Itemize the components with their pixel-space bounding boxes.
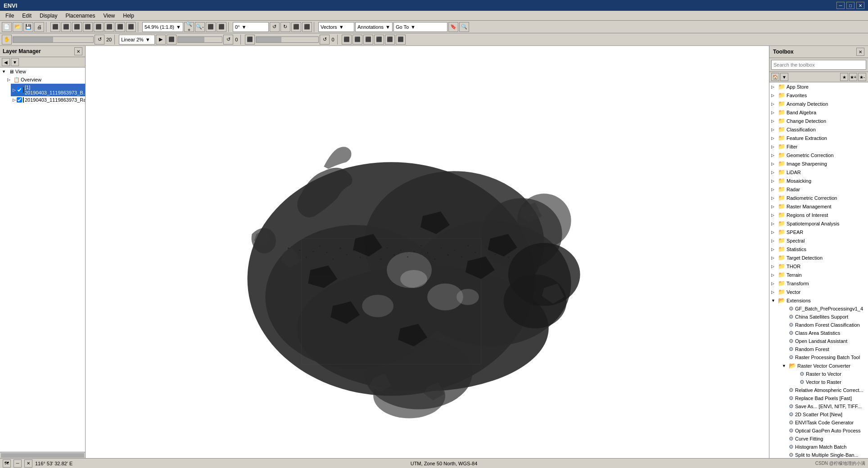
toolbox-item-geometric_correction[interactable]: ▷📁Geometric Correction <box>769 151 868 159</box>
toolbox-item-band_algebra[interactable]: ▷📁Band Algebra <box>769 108 868 117</box>
toolbox-item-vector[interactable]: ▷📁Vector <box>769 288 868 296</box>
toolbox-item-gf_batch_preprocessingv1_4[interactable]: ⚙GF_Batch_PreProcessingv1_4 <box>775 305 868 313</box>
toolbox-item-spectral[interactable]: ▷📁Spectral <box>769 236 868 245</box>
nav-btn3[interactable]: ⬛ <box>72 22 82 32</box>
tree-item-layer2[interactable]: ▷ 20190403_1119863973_Rad_F... <box>11 96 85 104</box>
toolbox-item-anomaly_detection[interactable]: ▷📁Anomaly Detection <box>769 99 868 108</box>
toolbox-item-relative_atmospheric_correct[interactable]: ⚙Relative Atmospheric Correct... <box>775 386 868 394</box>
linear-apply[interactable]: ▶ <box>156 35 166 45</box>
open-button[interactable]: 📂 <box>13 22 23 32</box>
toolbox-item-china_satellites_support[interactable]: ⚙China Satellites Support <box>775 313 868 321</box>
toolbox-item-envitask_code_generator[interactable]: ⚙ENVITask Code Generator <box>775 418 868 427</box>
toolbox-item-raster_vector_converter[interactable]: ▼📂Raster Vector Converter <box>775 361 868 370</box>
gamma-slider[interactable] <box>256 36 319 43</box>
zoom-out-button[interactable]: 🔍- <box>195 22 205 32</box>
tree-item-view[interactable]: ▼ 🖥 View <box>0 68 85 76</box>
annotations-dropdown[interactable]: Annotations ▼ <box>355 22 393 32</box>
toolbox-item-image_sharpening[interactable]: ▷📁Image Sharpening <box>769 159 868 168</box>
rotation-dropdown[interactable]: 0° ▼ <box>233 22 269 32</box>
lm-scrollbar[interactable] <box>0 452 85 458</box>
toolbox-item-class_area_statistics[interactable]: ⚙Class Area Statistics <box>775 329 868 337</box>
toolbox-item-regions_of_interest[interactable]: ▷📁Regions of Interest <box>769 211 868 219</box>
toolbox-item-statistics[interactable]: ▷📁Statistics <box>769 245 868 253</box>
toolbox-item-random_forest[interactable]: ⚙Random Forest <box>775 345 868 353</box>
expand-layer2[interactable]: ▷ <box>13 98 16 102</box>
tree-item-layer1[interactable]: ▷ [1] 20190403_1119863973_B... <box>11 84 85 96</box>
display-btn5[interactable]: ⬛ <box>385 35 395 45</box>
toolbox-close[interactable]: ✕ <box>856 48 864 56</box>
print-button[interactable]: 🖨 <box>34 22 44 32</box>
contrast-slider[interactable] <box>177 36 222 43</box>
toolbox-item-transform[interactable]: ▷📁Transform <box>769 279 868 288</box>
toolbox-item-lidar[interactable]: ▷📁LiDAR <box>769 168 868 176</box>
toolbox-item-histogram_match_batch[interactable]: ⚙Histogram Match Batch <box>775 443 868 451</box>
toolbox-item-app_store[interactable]: ▷📁App Store <box>769 82 868 91</box>
linear-dropdown[interactable]: Linear 2% ▼ <box>119 35 155 45</box>
save-button[interactable]: 💾 <box>23 22 33 32</box>
toolbox-item-raster_management[interactable]: ▷📁Raster Management <box>769 202 868 211</box>
toolbox-item-change_detection[interactable]: ▷📁Change Detection <box>769 117 868 125</box>
rotate-btn[interactable]: ↺ <box>270 22 280 32</box>
toolbox-item-feature_extraction[interactable]: ▷📁Feature Extraction <box>769 134 868 142</box>
toolbox-item-raster_to_vector[interactable]: ⚙Raster to Vector <box>780 370 868 378</box>
brightness-reset[interactable]: ↺ <box>95 35 104 45</box>
lm-tb-btn1[interactable]: ◀ <box>2 58 10 66</box>
toolbox-item-2d_scatter_plot_new[interactable]: ⚙2D Scatter Plot [New] <box>775 410 868 418</box>
expand-overview[interactable]: ▷ <box>7 77 13 82</box>
goto-dropdown[interactable]: Go To ▼ <box>393 22 448 32</box>
toolbox-item-optical_gaopen_auto_process[interactable]: ⚙Optical GaoPen Auto Process <box>775 427 868 435</box>
toolbox-item-spatiotemporal_analysis[interactable]: ▷📁Spatiotemporal Analysis <box>769 219 868 228</box>
toolbox-item-random_forest_classification[interactable]: ⚙Random Forest Classification <box>775 321 868 329</box>
toolbox-item-vector_to_raster[interactable]: ⚙Vector to Raster <box>780 378 868 386</box>
tb-star-add-button[interactable]: ★+ <box>849 73 857 81</box>
toolbox-item-extensions[interactable]: ▼📂Extensions <box>769 296 868 305</box>
tb-star-remove-button[interactable]: ★- <box>858 73 866 81</box>
search-button[interactable]: 🔍 <box>459 22 469 32</box>
nav-btn7[interactable]: ⬛ <box>115 22 125 32</box>
layer2-checkbox[interactable] <box>17 97 22 103</box>
display-btn1[interactable]: ⬛ <box>342 35 352 45</box>
nav-btn1[interactable]: ⬛ <box>50 22 60 32</box>
nav-btn2[interactable]: ⬛ <box>61 22 71 32</box>
toolbox-item-split_to_multiple_single-ban[interactable]: ⚙Split to Multiple Single-Ban... <box>775 451 868 458</box>
tb-star-button[interactable]: ★ <box>840 73 848 81</box>
toolbox-item-raster_processing_batch_tool[interactable]: ⚙Raster Processing Batch Tool <box>775 353 868 361</box>
nav-btn8[interactable]: ⬛ <box>126 22 136 32</box>
bookmark-button[interactable]: 🔖 <box>448 22 458 32</box>
zoom-fit-button[interactable]: ⬛ <box>206 22 216 32</box>
display-btn4[interactable]: ⬛ <box>374 35 384 45</box>
menu-edit[interactable]: Edit <box>18 12 35 20</box>
toolbox-item-curve_fitting[interactable]: ⚙Curve Fitting <box>775 435 868 443</box>
toolbox-item-classification[interactable]: ▷📁Classification <box>769 125 868 134</box>
toolbox-item-target_detection[interactable]: ▷📁Target Detection <box>769 253 868 262</box>
gamma-reset[interactable]: ↺ <box>320 35 330 45</box>
toolbox-item-radiometric_correction[interactable]: ▷📁Radiometric Correction <box>769 194 868 202</box>
expand-layer1[interactable]: ▷ <box>13 88 16 92</box>
layer-manager-close[interactable]: ✕ <box>74 47 82 55</box>
nav-btn4[interactable]: ⬛ <box>83 22 93 32</box>
contrast-reset[interactable]: ↺ <box>223 35 233 45</box>
zoom-dropdown[interactable]: 54.9% (1:1.8) ▼ <box>142 22 183 32</box>
tb-home-button[interactable]: 🏠 <box>771 73 779 81</box>
menu-help[interactable]: Help <box>119 12 138 20</box>
status-map-button[interactable]: 🗺 <box>3 459 11 468</box>
toolbox-item-mosaicking[interactable]: ▷📁Mosaicking <box>769 176 868 185</box>
expand-view[interactable]: ▼ <box>2 69 7 74</box>
zoom-prev-button[interactable]: ⬛ <box>217 22 226 32</box>
menu-display[interactable]: Display <box>36 12 61 20</box>
vectors-dropdown[interactable]: Vectors ▼ <box>318 22 354 32</box>
zoom-in-button[interactable]: 🔍+ <box>184 22 194 32</box>
minimize-button[interactable]: ─ <box>836 2 845 9</box>
tb-down-button[interactable]: ▼ <box>780 73 788 81</box>
map-area[interactable]: + <box>86 46 769 458</box>
toolbox-item-terrain[interactable]: ▷📁Terrain <box>769 270 868 279</box>
pan-button[interactable]: ✋ <box>2 35 12 45</box>
toolbox-item-filter[interactable]: ▷📁Filter <box>769 142 868 151</box>
menu-file[interactable]: File <box>2 12 18 20</box>
restore-button[interactable]: □ <box>846 2 854 9</box>
linear-reset[interactable]: ⬛ <box>167 35 176 45</box>
close-button[interactable]: ✕ <box>856 2 864 9</box>
display-btn3[interactable]: ⬛ <box>363 35 373 45</box>
toolbox-item-replace_bad_pixels_fast[interactable]: ⚙Replace Bad Pixels [Fast] <box>775 394 868 402</box>
histogram-button[interactable]: ⬛ <box>245 35 255 45</box>
